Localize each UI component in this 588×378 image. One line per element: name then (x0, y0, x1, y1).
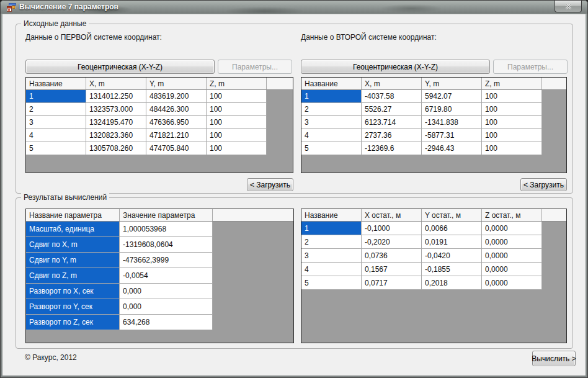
column-header[interactable]: X остат., м (362, 209, 422, 221)
grid-cell[interactable]: 5 (26, 142, 86, 155)
grid-cell[interactable]: 0,0000 (482, 249, 542, 262)
grid-cell[interactable]: 4 (26, 129, 86, 142)
second-system-params-button[interactable]: Параметры... (493, 60, 568, 74)
grid-cell[interactable]: 3 (26, 116, 86, 128)
grid-cell[interactable]: 0,1567 (362, 263, 422, 276)
grid-cell[interactable]: 484426.300 (146, 103, 207, 115)
column-header[interactable]: Название (26, 78, 86, 89)
column-header[interactable]: Название (301, 209, 362, 221)
grid-cell[interactable]: 1323573.000 (86, 103, 146, 115)
grid-cell[interactable]: 6123.714 (362, 116, 422, 128)
grid-cell[interactable]: 100 (207, 142, 267, 155)
grid-cell[interactable]: 100 (482, 103, 542, 115)
column-header[interactable]: Z, m (207, 78, 267, 89)
grid-cell[interactable]: 100 (207, 129, 267, 142)
grid-cell[interactable]: 0,0000 (482, 276, 542, 289)
grid-cell[interactable]: -0,1000 (362, 222, 422, 235)
column-header[interactable]: Y, m (146, 78, 207, 89)
compute-button[interactable]: Вычислить > (532, 351, 576, 366)
grid-cell[interactable]: 3 (301, 116, 362, 128)
grid-cell[interactable]: 0,0717 (362, 276, 422, 289)
grid-cell[interactable]: Масштаб, единица (26, 222, 120, 236)
grid-cell[interactable]: -2946.43 (422, 142, 482, 155)
grid-cell[interactable]: 1320823.360 (86, 129, 146, 142)
grid-cell[interactable]: -473662,3999 (120, 253, 213, 268)
grid-cell[interactable]: 1305708.260 (86, 142, 146, 155)
grid-cell[interactable]: Разворот по X, сек (26, 284, 120, 299)
grid-cell[interactable]: 0,0000 (482, 235, 542, 248)
grid-cell[interactable]: -5877.31 (422, 129, 482, 142)
grid-cell[interactable]: 5526.27 (362, 103, 422, 115)
grid-cell[interactable]: 0,0066 (422, 222, 482, 235)
grid-cell[interactable]: 483619.200 (146, 90, 207, 102)
first-system-type-button[interactable]: Геоцентрическая (X-Y-Z) (25, 60, 215, 74)
column-header[interactable]: Z остат., м (482, 209, 542, 221)
grid-cell[interactable]: 100 (207, 90, 267, 102)
grid-cell[interactable]: 1314012.250 (86, 90, 146, 102)
first-system-caption: Данные о ПЕРВОЙ системе координат: (25, 33, 162, 42)
grid-cell[interactable]: 1,000053968 (120, 222, 213, 236)
grid-cell[interactable]: 5 (301, 276, 362, 289)
grid-cell[interactable]: 100 (482, 116, 542, 128)
grid-cell[interactable]: 2737.36 (362, 129, 422, 142)
grid-cell[interactable]: 1 (26, 90, 86, 102)
grid-cell[interactable]: 0,2018 (422, 276, 482, 289)
grid-cell[interactable]: 4 (301, 263, 362, 276)
grid-cell[interactable]: 476366.950 (146, 116, 207, 128)
grid-cell[interactable]: 100 (207, 103, 267, 115)
grid-cell[interactable]: 0,0191 (422, 235, 482, 248)
grid-cell[interactable]: -4037.58 (362, 90, 422, 102)
grid-cell[interactable]: 1 (301, 222, 362, 235)
grid-cell[interactable]: 0,000 (120, 284, 213, 299)
grid-cell[interactable]: 634,268 (120, 315, 213, 330)
column-header[interactable]: Z, m (482, 78, 542, 89)
column-header[interactable]: Y остат., м (422, 209, 482, 221)
grid-cell[interactable]: 5 (301, 142, 362, 155)
grid-cell[interactable]: 100 (482, 142, 542, 155)
column-header[interactable]: Название (301, 78, 362, 89)
load-second-button[interactable]: < Загрузить (520, 178, 567, 191)
grid-cell[interactable]: -0,1855 (422, 263, 482, 276)
grid-cell[interactable]: 471821.210 (146, 129, 207, 142)
grid-cell[interactable]: 1324195.470 (86, 116, 146, 128)
column-header[interactable]: Y, m (422, 78, 482, 89)
grid-cell[interactable]: 100 (207, 116, 267, 128)
first-system-params-button[interactable]: Параметры... (218, 60, 292, 74)
grid-cell[interactable]: -0,2020 (362, 235, 422, 248)
grid-cell[interactable]: 0,0736 (362, 249, 422, 262)
grid-cell[interactable]: 3 (301, 249, 362, 262)
grid-cell[interactable]: -1319608,0604 (120, 237, 213, 252)
grid-cell[interactable]: 4 (301, 129, 362, 142)
grid-cell[interactable]: 2 (301, 235, 362, 248)
grid-cell[interactable]: -0,0054 (120, 268, 213, 283)
grid-cell[interactable]: Сдвиг по X, m (26, 237, 120, 252)
close-button[interactable] (555, 1, 582, 12)
grid-cell[interactable]: 0,0000 (482, 263, 542, 276)
grid-cell[interactable]: 0,0000 (482, 222, 542, 235)
grid-cell[interactable]: 2 (26, 103, 86, 115)
copyright-label: © Ракурс, 2012 (25, 353, 77, 362)
dialog-window: Вычисление 7 параметров Исходные данные … (0, 0, 588, 378)
grid-cell[interactable]: -1341.838 (422, 116, 482, 128)
grid-cell[interactable]: 100 (482, 129, 542, 142)
column-header[interactable]: Значение параметра (120, 209, 213, 221)
second-system-caption: Данные о ВТОРОЙ системе координат: (301, 33, 437, 42)
grid-cell[interactable]: 2 (301, 103, 362, 115)
grid-cell[interactable]: 474705.840 (146, 142, 207, 155)
grid-cell[interactable]: 100 (482, 90, 542, 102)
grid-cell[interactable]: Сдвиг по Z, m (26, 268, 120, 283)
load-first-button[interactable]: < Загрузить (247, 178, 293, 191)
column-header[interactable]: X, m (86, 78, 146, 89)
grid-cell[interactable]: 0,000 (120, 299, 213, 314)
second-system-type-button[interactable]: Геоцентрическая (X-Y-Z) (301, 60, 490, 74)
grid-cell[interactable]: -0,0420 (422, 249, 482, 262)
grid-cell[interactable]: Разворот по Z, сек (26, 315, 120, 330)
grid-cell[interactable]: Сдвиг по Y, m (26, 253, 120, 268)
grid-cell[interactable]: Разворот по Y, сек (26, 299, 120, 314)
grid-cell[interactable]: -12369.6 (362, 142, 422, 155)
grid-cell[interactable]: 1 (301, 90, 362, 102)
column-header[interactable]: X, m (362, 78, 422, 89)
column-header[interactable]: Название параметра (26, 209, 120, 221)
grid-cell[interactable]: 6719.80 (422, 103, 482, 115)
grid-cell[interactable]: 5942.07 (422, 90, 482, 102)
